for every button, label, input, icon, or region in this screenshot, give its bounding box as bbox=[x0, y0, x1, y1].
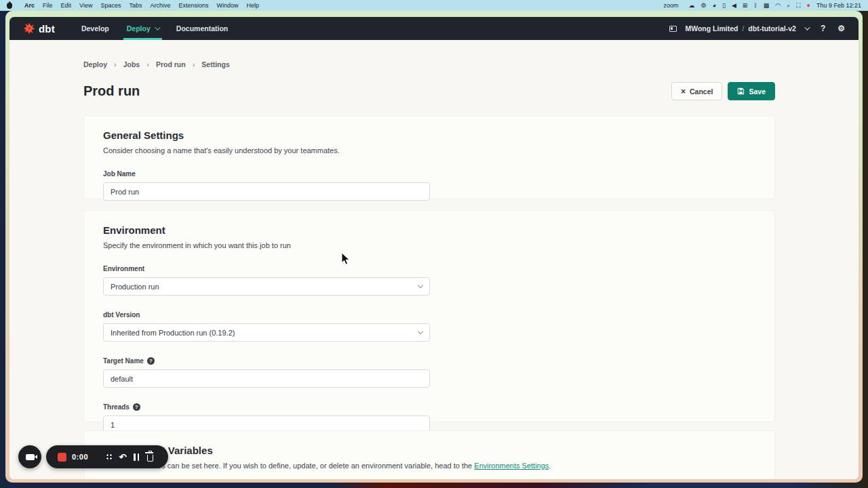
chevron-down-icon bbox=[155, 24, 160, 30]
general-settings-title: General Settings bbox=[103, 129, 755, 141]
recording-timer: 0:00 bbox=[72, 453, 88, 461]
menu-item-view[interactable]: View bbox=[75, 2, 96, 9]
organization-icon bbox=[669, 26, 677, 32]
cloud-icon[interactable]: ☁ bbox=[688, 0, 694, 11]
volume-icon[interactable]: ◀ bbox=[732, 0, 736, 11]
breadcrumb-separator-icon: › bbox=[114, 60, 117, 68]
help-tooltip-icon[interactable]: ? bbox=[147, 357, 155, 365]
dbt-logo-icon bbox=[23, 22, 35, 35]
close-icon: × bbox=[681, 87, 686, 96]
environment-variables-card: Environment Variables Job level override… bbox=[83, 430, 775, 479]
help-icon[interactable]: ? bbox=[821, 24, 825, 33]
general-settings-subtitle: Consider choosing a name that's easily u… bbox=[103, 146, 755, 155]
chevron-down-icon bbox=[418, 283, 423, 288]
window-icon[interactable]: ⊞ bbox=[743, 0, 748, 11]
restart-recording-button[interactable]: ↶ bbox=[116, 450, 130, 464]
dbt-version-select[interactable]: Inherited from Production run (0.19.2) bbox=[103, 323, 430, 342]
dbt-version-label: dbt Version bbox=[103, 311, 755, 319]
breadcrumb-prod-run[interactable]: Prod run bbox=[156, 60, 186, 68]
nav-develop[interactable]: Develop bbox=[73, 17, 118, 40]
battery-icon[interactable]: ▯ bbox=[722, 0, 726, 11]
job-name-label: Job Name bbox=[103, 170, 755, 178]
organization-name: MWong Limited bbox=[685, 24, 738, 33]
drag-handle[interactable] bbox=[102, 450, 116, 464]
breadcrumb: Deploy › Jobs › Prod run › Settings bbox=[83, 60, 775, 68]
chevron-down-icon bbox=[804, 24, 810, 30]
dbt-header: dbt Develop Deploy Documentation MWo bbox=[9, 17, 859, 40]
menu-item-edit[interactable]: Edit bbox=[57, 2, 76, 9]
breadcrumb-separator-icon: › bbox=[193, 60, 195, 68]
save-icon bbox=[737, 87, 745, 95]
title-row: Prod run × Cancel Save bbox=[83, 82, 775, 100]
environments-settings-link[interactable]: Environments Settings bbox=[474, 462, 549, 470]
page-title: Prod run bbox=[83, 83, 140, 99]
breadcrumb-settings[interactable]: Settings bbox=[201, 60, 229, 68]
page-content: Deploy › Jobs › Prod run › Settings Prod… bbox=[9, 40, 859, 479]
threads-label: Threads ? bbox=[103, 403, 755, 411]
gear-icon[interactable]: ⚙ bbox=[837, 24, 845, 33]
chevron-down-icon bbox=[418, 329, 423, 334]
video-camera-icon bbox=[26, 454, 35, 460]
drag-dots-icon bbox=[106, 453, 113, 460]
zoom-menu-item[interactable]: zoom bbox=[659, 2, 682, 9]
menu-item-help[interactable]: Help bbox=[243, 2, 264, 9]
display-icon[interactable]: ⛶ bbox=[796, 0, 800, 11]
save-button[interactable]: Save bbox=[728, 82, 775, 100]
job-name-input[interactable]: Prod run bbox=[103, 182, 430, 201]
menu-item-tabs[interactable]: Tabs bbox=[125, 2, 146, 9]
breadcrumb-separator-icon: › bbox=[146, 60, 149, 68]
account-project-selector[interactable]: MWong Limited / dbt-tutorial-v2 bbox=[669, 24, 808, 33]
general-settings-card: General Settings Consider choosing a nam… bbox=[83, 115, 775, 199]
environment-card: Environment Specify the environment in w… bbox=[83, 210, 775, 422]
menu-item-file[interactable]: File bbox=[39, 2, 57, 9]
environment-title: Environment bbox=[103, 224, 755, 236]
environment-select[interactable]: Production run bbox=[103, 277, 430, 296]
apple-menu-icon[interactable] bbox=[7, 3, 12, 9]
environment-variables-title: Environment Variables bbox=[103, 445, 755, 456]
clock-icon[interactable]: ◕ bbox=[713, 0, 716, 11]
menu-item-arc[interactable]: Arc bbox=[20, 2, 39, 9]
target-name-input[interactable]: default bbox=[103, 369, 430, 388]
main-nav: Develop Deploy Documentation bbox=[73, 17, 237, 40]
trash-icon bbox=[147, 455, 153, 462]
pause-recording-button[interactable] bbox=[130, 450, 143, 464]
stop-recording-button[interactable] bbox=[58, 453, 66, 462]
cancel-button[interactable]: × Cancel bbox=[671, 82, 722, 100]
menu-item-spaces[interactable]: Spaces bbox=[96, 2, 125, 9]
delete-recording-button[interactable] bbox=[143, 450, 157, 464]
dbt-logo[interactable]: dbt bbox=[23, 22, 55, 35]
environment-subtitle: Specify the environment in which you wan… bbox=[103, 241, 755, 249]
menu-item-archive[interactable]: Archive bbox=[146, 2, 174, 9]
target-name-label: Target Name ? bbox=[103, 357, 755, 365]
keyboard-icon[interactable]: ▩ bbox=[764, 0, 770, 11]
settings-icon[interactable]: ⚙ bbox=[701, 0, 706, 11]
breadcrumb-jobs[interactable]: Jobs bbox=[123, 60, 140, 68]
menu-item-window[interactable]: Window bbox=[213, 2, 243, 9]
bluetooth-icon[interactable]: ᛒ bbox=[753, 0, 757, 11]
wifi-icon[interactable]: ◠ bbox=[775, 0, 781, 11]
undo-icon: ↶ bbox=[119, 453, 127, 462]
help-tooltip-icon[interactable]: ? bbox=[133, 403, 140, 411]
pause-icon bbox=[134, 453, 139, 461]
account-separator: / bbox=[742, 24, 744, 33]
record-dot-icon[interactable]: ● bbox=[807, 0, 810, 11]
camera-toggle-button[interactable] bbox=[18, 445, 41, 468]
nav-documentation[interactable]: Documentation bbox=[167, 17, 237, 40]
recording-toolbar: 0:00 ↶ bbox=[46, 445, 168, 468]
project-name: dbt-tutorial-v2 bbox=[748, 24, 796, 33]
environment-variables-description: Job level overrides can be set here. If … bbox=[103, 462, 755, 470]
breadcrumb-deploy[interactable]: Deploy bbox=[83, 60, 107, 68]
dbt-app: dbt Develop Deploy Documentation MWo bbox=[9, 17, 859, 479]
dbt-logo-text: dbt bbox=[39, 23, 55, 35]
header-right: MWong Limited / dbt-tutorial-v2 ? ⚙ bbox=[669, 24, 845, 33]
macos-menu-bar: Arc File Edit View Spaces Tabs Archive E… bbox=[0, 0, 868, 11]
menu-item-extensions[interactable]: Extensions bbox=[174, 2, 212, 9]
menubar-clock[interactable]: Thu 9 Feb 12:21 bbox=[816, 2, 861, 9]
search-icon[interactable]: ⌕ bbox=[787, 0, 790, 11]
browser-window: dbt Develop Deploy Documentation MWo bbox=[5, 11, 863, 483]
mouse-cursor bbox=[341, 252, 351, 266]
environment-label: Environment bbox=[103, 265, 755, 272]
nav-deploy[interactable]: Deploy bbox=[118, 17, 167, 40]
